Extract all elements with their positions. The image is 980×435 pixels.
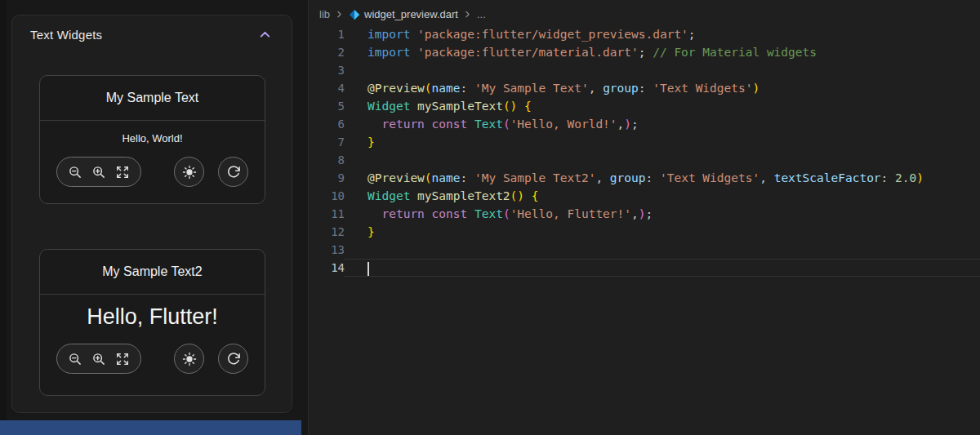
dart-icon [349,9,360,20]
line-number[interactable]: 13 [309,241,345,259]
line-number[interactable]: 14 [309,259,345,277]
line-number[interactable]: 11 [309,205,345,223]
status-bar [0,420,301,435]
text-cursor [368,262,369,276]
breadcrumb-file[interactable]: widget_preview.dart [364,8,458,20]
preview-card: My Sample Text2 Hello, Flutter! [39,249,265,396]
code-editor: lib widget_preview.dart ... 1import 'pac… [308,0,980,435]
line-number[interactable]: 2 [309,43,345,61]
zoom-out-icon[interactable] [68,352,82,366]
breadcrumb-more[interactable]: ... [477,8,486,20]
zoom-in-icon[interactable] [91,352,106,366]
line-number[interactable]: 5 [309,97,345,115]
brightness-icon[interactable] [174,344,204,374]
widget-preview-panel: Text Widgets My Sample Text Hello, World… [7,0,308,420]
preview-rendered-text: Hello, Flutter! [87,304,218,330]
code-line[interactable]: 12} [309,223,980,241]
code-line[interactable]: 8 [309,151,980,169]
zoom-in-icon[interactable] [91,165,106,180]
zoom-out-icon[interactable] [68,165,82,180]
code-line[interactable]: 1import 'package:flutter/widget_previews… [309,25,980,43]
code-line[interactable]: 2import 'package:flutter/material.dart';… [309,43,980,61]
line-number[interactable]: 8 [309,151,345,169]
preview-card-title: My Sample Text [40,76,265,121]
code-area[interactable]: 1import 'package:flutter/widget_previews… [309,25,980,277]
expand-icon[interactable] [115,352,130,366]
left-rail [0,0,7,420]
section-title: Text Widgets [30,28,102,42]
chevron-up-icon[interactable] [258,28,272,42]
section-header: Text Widgets [12,16,292,48]
code-line[interactable]: 14 [309,259,980,277]
code-line[interactable]: 7} [309,133,980,151]
preview-group-section: Text Widgets My Sample Text Hello, World… [11,15,292,413]
zoom-button-group [56,157,141,187]
brightness-icon[interactable] [174,157,204,187]
line-number[interactable]: 10 [309,187,345,205]
code-line[interactable]: 3 [309,61,980,79]
breadcrumb-folder[interactable]: lib [319,8,330,20]
preview-card: My Sample Text Hello, World! [39,75,265,204]
preview-toolbar [56,344,248,374]
code-line[interactable]: 6 return const Text('Hello, World!',); [309,115,980,133]
line-number[interactable]: 4 [309,79,345,97]
line-number[interactable]: 6 [309,115,345,133]
code-line[interactable]: 5Widget mySampleText() { [309,97,980,115]
line-number[interactable]: 1 [309,25,345,43]
code-line[interactable]: 13 [309,241,980,259]
zoom-button-group [56,344,141,374]
line-number[interactable]: 12 [309,223,345,241]
code-line[interactable]: 9@Preview(name: 'My Sample Text2', group… [309,169,980,187]
preview-rendered-text: Hello, World! [122,132,182,144]
code-line[interactable]: 11 return const Text('Hello, Flutter!',)… [309,205,980,223]
preview-card-body: Hello, Flutter! [40,295,265,374]
preview-card-title: My Sample Text2 [40,250,265,295]
chevron-right-icon [462,9,473,20]
line-number[interactable]: 3 [309,61,345,79]
refresh-icon[interactable] [218,157,248,187]
code-line[interactable]: 10Widget mySampleText2() { [309,187,980,205]
preview-card-body: Hello, World! [40,121,265,187]
refresh-icon[interactable] [218,344,248,374]
app-window: Text Widgets My Sample Text Hello, World… [0,0,980,435]
expand-icon[interactable] [115,165,130,180]
preview-toolbar [56,157,248,187]
chevron-right-icon [334,9,345,20]
line-number[interactable]: 9 [309,169,345,187]
code-line[interactable]: 4@Preview(name: 'My Sample Text', group:… [309,79,980,97]
line-number[interactable]: 7 [309,133,345,151]
breadcrumb: lib widget_preview.dart ... [309,0,980,23]
